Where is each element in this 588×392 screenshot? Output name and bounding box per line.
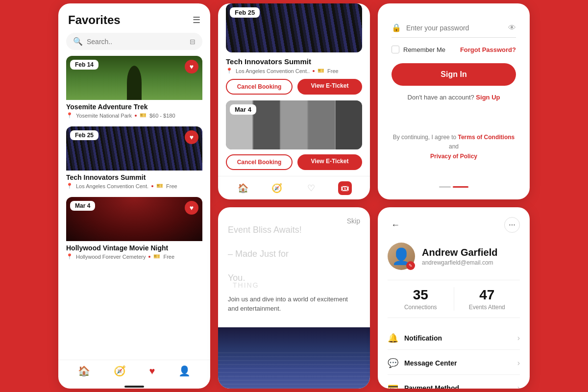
skip-button[interactable]: Skip	[347, 217, 360, 225]
ticket-nav-icon[interactable]: 🎟	[338, 181, 352, 195]
fav-home-icon[interactable]: 🏠	[78, 365, 90, 377]
terms-and: and	[449, 143, 459, 150]
signin-button[interactable]: Sign In	[392, 63, 516, 86]
password-input[interactable]	[406, 24, 503, 32]
tech-info: Tech Innovators Summit 📍 Los Angeles Con…	[66, 171, 202, 190]
forgot-password-link[interactable]: Forgot Password?	[460, 46, 516, 53]
scroll-indicator	[218, 197, 370, 199]
filter-icon[interactable]: ☰	[193, 15, 200, 25]
tech-heart-btn[interactable]: ♥	[185, 130, 198, 144]
view-eticket-button-2[interactable]: View E-Ticket	[297, 154, 362, 170]
hollywood-price: Free	[163, 254, 174, 260]
onboarding-subtitle: Join us and dive into a world of excitem…	[228, 294, 360, 314]
location-icon: 📍	[226, 68, 233, 74]
signin-dot-2	[453, 186, 468, 188]
notification-menu-item[interactable]: 🔔 Notification ›	[388, 327, 520, 350]
events-stat: 47 Events Attend	[454, 287, 520, 311]
onboarding-text: Event Bliss Awaits! – Made Just for You.…	[218, 217, 370, 327]
hollywood-heart-btn[interactable]: ♥	[185, 201, 198, 215]
no-account-label: Don't have an account?	[408, 94, 474, 101]
message-icon: 💬	[388, 358, 398, 368]
fav-profile-icon[interactable]: 👤	[178, 365, 191, 377]
event-location-1: Los Angeles Convention Cent..	[236, 68, 310, 74]
yosemite-heart-btn[interactable]: ♥	[185, 60, 198, 74]
profile-top-nav: ← ···	[388, 217, 520, 233]
tech-title: Tech Innovators Summit	[66, 173, 202, 181]
signup-link[interactable]: Sign Up	[476, 94, 500, 101]
event-price-1: Free	[327, 68, 339, 74]
notification-left: 🔔 Notification	[388, 333, 442, 343]
payment-menu-item[interactable]: 💳 Payment Method ›	[388, 377, 520, 389]
home-indicator	[124, 386, 144, 388]
signin-panel: 🔒 👁 Remember Me Forgot Password? Sign In…	[378, 3, 530, 199]
remember-checkbox[interactable]	[392, 46, 399, 53]
more-button[interactable]: ···	[504, 217, 520, 233]
yosemite-loc-icon: 📍	[66, 112, 73, 119]
hollywood-info: Hollywood Vintage Movie Night 📍 Hollywoo…	[66, 241, 202, 261]
terms-conditions-link[interactable]: Terms of Conditions	[458, 134, 514, 141]
yosemite-meta: 📍 Yosemite National Park 🎫 $60 - $180	[66, 112, 202, 119]
payment-chevron: ›	[517, 384, 520, 389]
onboarding-headline: Event Bliss Awaits! – Made Just for You.…	[228, 225, 360, 290]
search-input[interactable]	[87, 38, 186, 46]
remember-row: Remember Me Forgot Password?	[392, 46, 516, 53]
notification-label: Notification	[404, 334, 442, 342]
tech-price: Free	[166, 183, 177, 189]
hollywood-image: Mar 4 ♥	[66, 197, 202, 241]
home-nav-icon[interactable]: 🏠	[236, 181, 250, 195]
profile-info: ✎ Andrew Garfield andrewgarfield@email.c…	[388, 243, 520, 270]
hollywood-date: Mar 4	[70, 201, 95, 211]
photo-cell-4	[308, 100, 335, 149]
notification-chevron: ›	[517, 334, 520, 343]
password-field[interactable]: 🔒 👁	[392, 18, 516, 38]
events-count: 47	[454, 287, 520, 303]
favorites-search[interactable]: 🔍 ⊟	[66, 33, 202, 50]
eye-icon[interactable]: 👁	[508, 24, 516, 32]
message-center-menu-item[interactable]: 💬 Message Center ›	[388, 352, 520, 375]
fav-heart-icon[interactable]: ♥	[149, 366, 155, 377]
heart-nav-icon[interactable]: ♡	[304, 181, 318, 195]
profile-name: Andrew Garfield	[422, 247, 497, 258]
profile-panel: ← ··· ✎ Andrew Garfield andrewgarfield@e…	[378, 207, 530, 389]
connections-stat: 35 Connections	[388, 287, 454, 311]
view-eticket-button-1[interactable]: View E-Ticket	[297, 79, 362, 95]
fav-event-tech: Feb 25 ♥ Tech Innovators Summit 📍 Los An…	[66, 126, 202, 190]
cancel-booking-button-1[interactable]: Cancel Booking	[226, 79, 293, 95]
hollywood-loc-icon: 📍	[66, 253, 73, 260]
hollywood-title: Hollywood Vintage Movie Night	[66, 244, 202, 252]
ticket-icon-1: 🎫	[318, 68, 324, 74]
cancel-booking-button-2[interactable]: Cancel Booking	[226, 154, 293, 170]
favorites-title: Favorites	[68, 13, 121, 27]
remember-label: Remember Me	[403, 46, 445, 53]
booking-event-2: Mar 4 Cancel Booking View E-Ticket	[218, 100, 370, 176]
message-label: Message Center	[404, 359, 457, 367]
compass-nav-icon[interactable]: 🧭	[270, 181, 284, 195]
photo-cell-2	[253, 100, 280, 149]
payment-icon: 💳	[388, 383, 398, 389]
tech-location: Los Angeles Convention Cent.	[76, 183, 148, 189]
favorites-panel: Favorites ☰ 🔍 ⊟ Feb 14 ♥ Yosemite Advent…	[58, 3, 210, 389]
favorites-header: Favorites ☰	[58, 3, 210, 33]
message-left: 💬 Message Center	[388, 358, 457, 368]
yosemite-image: Feb 14 ♥	[66, 56, 202, 100]
event-image-art: Mar 4	[226, 100, 362, 149]
back-button[interactable]: ←	[388, 217, 403, 233]
event-actions-1: Cancel Booking View E-Ticket	[226, 79, 362, 95]
bookings-panel: Feb 25 Tech Innovators Summit 📍 Los Ange…	[218, 3, 370, 199]
fav-event-hollywood: Mar 4 ♥ Hollywood Vintage Movie Night 📍 …	[66, 197, 202, 261]
favorites-events-list: Feb 14 ♥ Yosemite Adventure Trek 📍 Yosem…	[58, 56, 210, 356]
message-chevron: ›	[517, 359, 520, 368]
avatar-edit-button[interactable]: ✎	[406, 261, 415, 270]
sort-icon[interactable]: ⊟	[190, 38, 196, 46]
payment-left: 💳 Payment Method	[388, 383, 459, 389]
connections-count: 35	[388, 287, 454, 303]
fav-compass-icon[interactable]: 🧭	[114, 365, 126, 377]
yosemite-date: Feb 14	[70, 60, 98, 70]
privacy-link[interactable]: Privacy of Policy	[430, 153, 477, 160]
yosemite-info: Yosemite Adventure Trek 📍 Yosemite Natio…	[66, 100, 202, 120]
headline-line2: – Made Just for	[228, 249, 360, 260]
no-account-text: Don't have an account? Sign Up	[392, 94, 516, 101]
event-title-1: Tech Innovators Summit	[226, 57, 362, 66]
profile-name-section: Andrew Garfield andrewgarfield@email.com	[422, 247, 497, 266]
hollywood-location: Hollywood Forever Cemetery	[76, 254, 146, 260]
